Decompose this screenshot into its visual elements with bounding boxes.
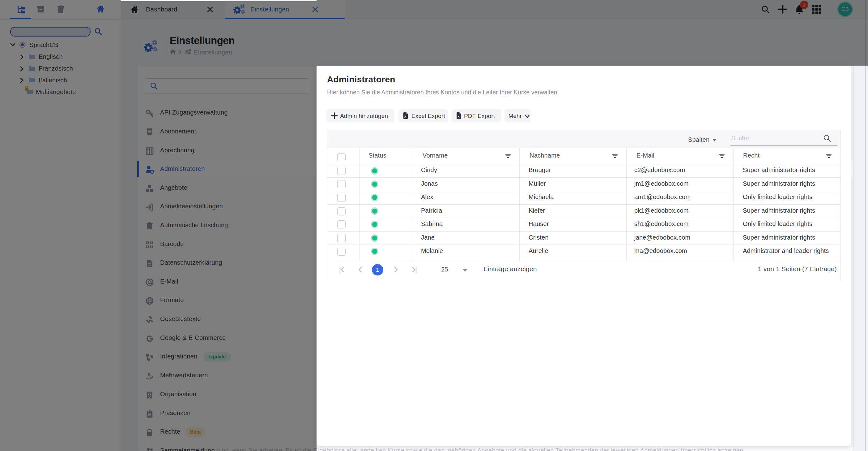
svg-text:x: x xyxy=(458,115,460,118)
svg-text:x: x xyxy=(404,115,406,118)
